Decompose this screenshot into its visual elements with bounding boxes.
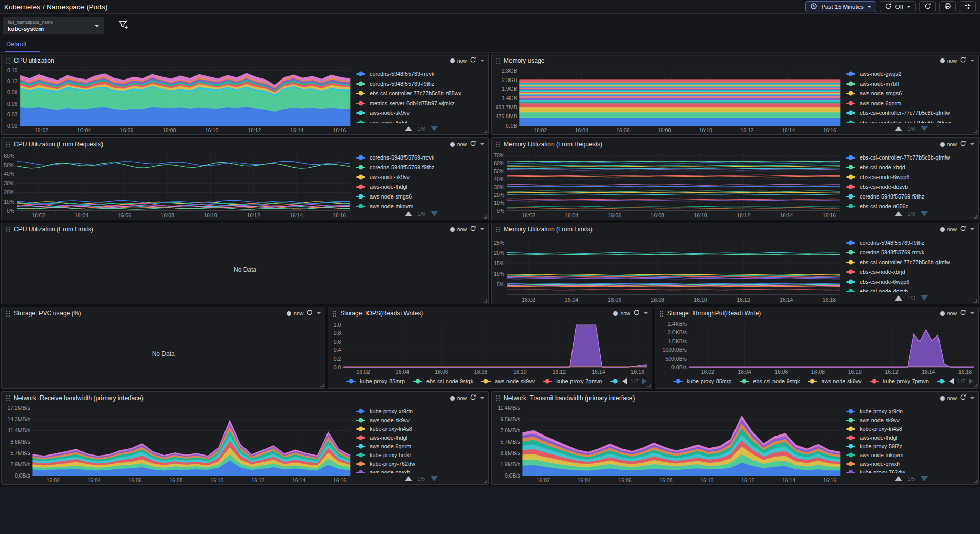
legend-item[interactable]: ebs-csi-node-9stqk xyxy=(740,378,800,384)
legend-item[interactable]: aws-node-qrwxh xyxy=(356,468,488,473)
panel-refresh-icon[interactable] xyxy=(469,56,476,65)
legend-item[interactable]: ebs-csi-controller-77c77b5c8b-z85wx xyxy=(846,118,978,123)
refresh-button[interactable] xyxy=(919,1,936,12)
legend-item[interactable]: aws-node-sk9vv xyxy=(481,378,535,384)
pager-right-icon[interactable] xyxy=(969,378,973,384)
legend-item[interactable]: aws-node-sk9vv xyxy=(356,173,488,181)
legend-item[interactable]: aws-node-fhdgl xyxy=(356,183,488,191)
legend-item[interactable]: coredns-5948f55769-rrcvk xyxy=(846,248,978,256)
legend-item[interactable]: coredns-5948f55769-f9thz xyxy=(846,192,978,201)
panel-refresh-icon[interactable] xyxy=(959,56,966,65)
resize-handle[interactable] xyxy=(647,384,651,387)
panel-menu-caret-icon[interactable] xyxy=(970,60,974,62)
drag-handle-icon[interactable] xyxy=(6,57,10,64)
panel-refresh-icon[interactable] xyxy=(306,309,313,318)
drag-handle-icon[interactable] xyxy=(496,141,500,148)
legend-item[interactable]: kube-proxy-85mrp xyxy=(673,378,732,384)
panel-refresh-icon[interactable] xyxy=(633,309,640,318)
legend-item[interactable]: aws-node-smgs6 xyxy=(846,89,978,97)
drag-handle-icon[interactable] xyxy=(6,310,10,317)
resize-handle[interactable] xyxy=(484,215,487,219)
pager-left-icon[interactable] xyxy=(949,378,954,384)
pager-up-icon[interactable] xyxy=(895,476,902,481)
panel-refresh-icon[interactable] xyxy=(959,393,966,403)
legend-item[interactable]: ebs-csi-controller-77c77b5c8b-qlmfw xyxy=(846,258,978,266)
drag-handle-icon[interactable] xyxy=(6,226,10,233)
legend-item[interactable]: metrics-server-6db4d75b97-wjmkz xyxy=(356,99,488,107)
legend-item[interactable]: kube-proxy-7pmvn xyxy=(870,378,929,384)
legend-item[interactable]: aws-node-smgs6 xyxy=(356,192,488,201)
resize-handle[interactable] xyxy=(974,299,977,303)
legend-item[interactable]: kube-proxy-7pmvn xyxy=(543,378,602,384)
chart-canvas[interactable]: 16:0216:0416:0616:0816:1016:1216:1416:16… xyxy=(492,67,844,134)
panel-menu-caret-icon[interactable] xyxy=(480,228,484,230)
time-range-button[interactable]: Past 15 Minutes xyxy=(805,1,876,12)
pager-right-icon[interactable] xyxy=(642,378,647,384)
pager-up-icon[interactable] xyxy=(405,211,412,216)
panel-menu-caret-icon[interactable] xyxy=(970,312,974,314)
panel-menu-caret-icon[interactable] xyxy=(480,143,484,145)
legend-item[interactable]: aws-node-sk9vv xyxy=(846,416,978,424)
legend-item[interactable]: kube-proxy-hrckl xyxy=(356,451,488,459)
pager-up-icon[interactable] xyxy=(405,126,412,131)
panel-menu-caret-icon[interactable] xyxy=(644,312,648,314)
drag-handle-icon[interactable] xyxy=(496,226,500,233)
pager-down-icon[interactable] xyxy=(921,476,928,481)
legend-item[interactable]: aws-node-mkqvm xyxy=(356,202,488,208)
legend-item[interactable]: coredns-5948f55769-f9thz xyxy=(356,80,488,88)
chart-canvas[interactable]: 16:0216:0416:0616:0816:1016:1216:1416:16… xyxy=(2,67,354,134)
legend-item[interactable]: coredns-5948f55769-f9thz xyxy=(846,239,978,247)
legend-item[interactable]: aws-node-sk9vv xyxy=(808,378,861,384)
memory-limits-chart[interactable]: 16:0216:0416:0616:0816:1016:1216:1416:16… xyxy=(492,235,844,304)
legend-item[interactable]: kube-proxy-762dw xyxy=(846,468,978,473)
legend-item[interactable]: aws-node-qrwxh xyxy=(846,460,978,468)
resize-handle[interactable] xyxy=(974,215,977,219)
legend-item[interactable]: ebs-csi-node-ddzvb xyxy=(846,183,978,191)
legend-item[interactable]: coredns-5948f55769-rrcvk xyxy=(356,153,488,162)
legend-item[interactable]: kube-proxy-ln4s8 xyxy=(846,425,978,433)
pager-down-icon[interactable] xyxy=(431,476,438,481)
storage-throughput-chart[interactable]: 16:0216:0416:0616:0816:1016:1216:1416:16… xyxy=(655,320,978,376)
legend-item[interactable]: ebs-csi-controller-77c77b5c8b-qlmfw xyxy=(846,153,978,162)
legend-item[interactable]: coredns-5948f55769-f9thz xyxy=(356,163,488,171)
resize-handle[interactable] xyxy=(974,130,977,133)
add-filter-button[interactable] xyxy=(118,20,128,31)
legend-item[interactable]: aws-node-gwqs2 xyxy=(846,70,978,78)
resize-handle[interactable] xyxy=(974,384,977,387)
legend-item[interactable]: aws-node-fhdgl xyxy=(356,118,488,123)
drag-handle-icon[interactable] xyxy=(332,310,337,317)
panel-refresh-icon[interactable] xyxy=(959,309,966,318)
panel-menu-caret-icon[interactable] xyxy=(480,397,484,399)
legend-item[interactable]: ebs-csi-node-xbrjd xyxy=(846,163,978,171)
network-transmit-chart[interactable]: 16:0216:0416:0616:0816:1016:1216:1416:16… xyxy=(492,404,844,484)
legend-item[interactable]: ebs-csi-node-6wpp6 xyxy=(846,278,978,286)
chart-canvas[interactable]: 16:0216:0416:0616:0816:1016:1216:1416:16… xyxy=(492,150,844,220)
legend-item[interactable]: ebs-csi-controller-77c77b5c8b-qlmfw xyxy=(846,109,978,117)
network-receive-chart[interactable]: 16:0216:0416:0616:0816:1016:1216:1416:16… xyxy=(2,404,354,484)
legend-item[interactable]: kube-proxy-xr9dn xyxy=(356,407,488,416)
legend-item[interactable]: coredns-5948f55769-rrcvk xyxy=(356,70,488,78)
legend-item[interactable]: aws-node-m7bff xyxy=(846,80,978,88)
memory-usage-chart[interactable]: 16:0216:0416:0616:0816:1016:1216:1416:16… xyxy=(492,67,844,134)
resize-handle[interactable] xyxy=(320,384,324,387)
legend-item[interactable]: aws-node-6qnrm xyxy=(846,99,978,107)
namespace-select[interactable]: k8s_namespace_name kube-system xyxy=(3,17,104,34)
pager-up-icon[interactable] xyxy=(895,295,902,301)
legend-item[interactable]: ebs-csi-node-g656p xyxy=(846,202,978,208)
pager-down-icon[interactable] xyxy=(921,126,928,131)
legend-item[interactable]: aws-node-6qnrm xyxy=(356,442,488,450)
chart-canvas[interactable]: 16:0216:0416:0616:0816:1016:1216:1416:16… xyxy=(492,404,844,484)
memory-requests-chart[interactable]: 16:0216:0416:0616:0816:1016:1216:1416:16… xyxy=(492,150,844,220)
resize-handle[interactable] xyxy=(974,480,977,483)
legend-item[interactable]: aws-node-fhdgl xyxy=(356,433,488,442)
drag-handle-icon[interactable] xyxy=(496,395,500,402)
legend-item[interactable]: ebs-csi-node-6wpp6 xyxy=(846,173,978,181)
collapse-button[interactable] xyxy=(959,1,976,12)
drag-handle-icon[interactable] xyxy=(659,310,664,317)
legend-item[interactable]: aws-node-sk9vv xyxy=(356,109,488,117)
resize-handle[interactable] xyxy=(484,480,487,483)
legend-item[interactable]: kube-proxy-85mrp xyxy=(346,378,405,384)
legend-item[interactable]: kube-proxy-59l7p xyxy=(846,442,978,450)
pager-down-icon[interactable] xyxy=(431,126,438,131)
panel-refresh-icon[interactable] xyxy=(959,225,966,234)
